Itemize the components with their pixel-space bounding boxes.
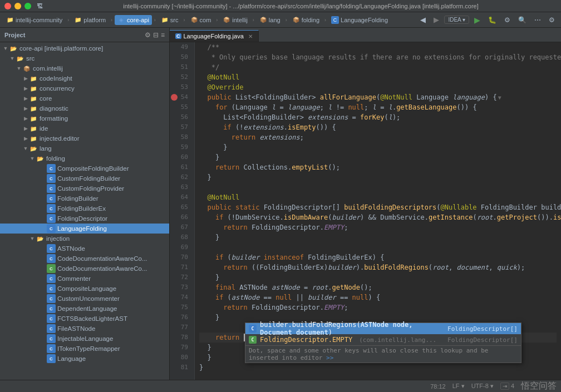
status-encoding[interactable]: UTF-8 ▾ — [471, 383, 494, 390]
sidebar-layout-icon[interactable]: ⊟ — [153, 31, 159, 39]
tree-label-ASTNode: ASTNode — [57, 245, 85, 252]
ac-hint-link[interactable]: >> — [326, 354, 333, 361]
tree-item-CompositeFoldingBuilder[interactable]: ▶ C CompositeFoldingBuilder — [0, 163, 169, 173]
gutter-58: 58 — [170, 132, 191, 142]
nav-search-button[interactable]: 🔍 — [515, 15, 529, 25]
nav-build-button[interactable]: ⚙ — [501, 15, 513, 25]
line-74: if (astNode == null || builder == null) … — [199, 292, 557, 302]
code-editor[interactable]: 49 50 51 52 53 54 55 56 57 58 59 60 61 — [170, 42, 561, 380]
nav-src[interactable]: 📁 src — [158, 15, 181, 25]
tree-item-core-api[interactable]: ▼ 📂 core-api [intellij.platform.core] — [0, 43, 169, 53]
gutter-57: 57 — [170, 122, 191, 132]
class-icon-DependentLanguage: C — [47, 304, 56, 313]
tree-item-CodeDocumentationAwareCo2[interactable]: ▶ C CodeDocumentationAwareCo... — [0, 264, 169, 274]
tree-label-core: core — [40, 95, 52, 102]
tree-item-Commenter[interactable]: ▶ C Commenter — [0, 274, 169, 284]
status-lf[interactable]: LF ▾ — [452, 383, 465, 390]
tree-item-ITokenTypeRemapper[interactable]: ▶ C ITokenTypeRemapper — [0, 344, 169, 354]
nav-idea-button[interactable]: IDEA ▾ — [444, 16, 469, 24]
line-69 — [199, 242, 557, 252]
tree-item-ASTNode[interactable]: ▶ C ASTNode — [0, 244, 169, 254]
nav-vcs-forward[interactable]: ▶ — [431, 14, 442, 25]
status-indent[interactable]: ⇥ 4 — [500, 383, 514, 390]
line-65: public static FoldingDescriptor[] buildF… — [199, 202, 557, 212]
sidebar-gear-icon[interactable]: ≡ — [161, 31, 165, 39]
tree-item-CustomUncommenter[interactable]: ▶ C CustomUncommenter — [0, 294, 169, 304]
class-icon-ITokenTypeRemapper: C — [47, 344, 56, 353]
maximize-button[interactable] — [24, 3, 31, 9]
line-50: * Only queries base language results if … — [199, 52, 557, 62]
minimize-button[interactable] — [14, 3, 21, 9]
autocomplete-list[interactable]: C builder.buildFoldRegions(ASTNode node,… — [245, 322, 521, 363]
gutter-59: 59 — [170, 142, 191, 152]
autocomplete-item-2[interactable]: C FoldingDescriptor.EMPTY (com.intellij.… — [245, 334, 521, 345]
nav-label-project: intellij-community — [16, 17, 62, 23]
tab-languagefolding[interactable]: C LanguageFolding.java ✕ — [170, 30, 259, 42]
gutter-62: 62 — [170, 172, 191, 182]
tree-item-diagnostic[interactable]: ▶ 📁 diagnostic — [0, 103, 169, 113]
folder-icon-formatting: 📁 — [29, 114, 38, 123]
tree-item-FileASTNode[interactable]: ▶ C FileASTNode — [0, 324, 169, 334]
line-55: for (Language l = language; l != null; l… — [199, 102, 557, 112]
tree-label-formatting: formatting — [40, 115, 68, 122]
tree-arrow-diagnostic: ▶ — [22, 106, 29, 111]
nav-settings-button[interactable]: ⚙ — [546, 15, 558, 25]
editor-area: C LanguageFolding.java ✕ 49 50 51 52 53 … — [170, 28, 561, 380]
tree-item-core[interactable]: ▶ 📁 core — [0, 93, 169, 103]
tree-item-folding[interactable]: ▼ 📂 folding — [0, 153, 169, 163]
nav-project[interactable]: 📁 intellij-community — [3, 15, 65, 25]
tree-item-formatting[interactable]: ▶ 📁 formatting — [0, 113, 169, 123]
watermark-text: 悟空问答 — [521, 380, 557, 392]
tree-item-concurrency[interactable]: ▶ 📁 concurrency — [0, 83, 169, 93]
tree-item-LanguageFolding[interactable]: ▶ C LanguageFolding — [0, 224, 169, 234]
gutter-71: 71 — [170, 262, 191, 272]
tree-item-src[interactable]: ▼ 📂 src — [0, 53, 169, 63]
tree-item-CodeDocumentationAwareCo1[interactable]: ▶ C CodeDocumentationAwareCo... — [0, 254, 169, 264]
nav-lang[interactable]: 📦 lang — [257, 15, 283, 25]
folder-icon-platform: 📁 — [74, 16, 82, 24]
status-position[interactable]: 78:12 — [430, 383, 446, 390]
tree-item-DependentLanguage[interactable]: ▶ C DependentLanguage — [0, 304, 169, 314]
nav-label-languagefolding: LanguageFolding — [341, 17, 388, 23]
nav-folding[interactable]: 📦 folding — [289, 15, 322, 25]
tree-item-CustomFoldingProvider[interactable]: ▶ C CustomFoldingProvider — [0, 183, 169, 193]
gutter-73: 73 — [170, 282, 191, 292]
nav-platform[interactable]: 📁 platform — [71, 15, 109, 25]
sidebar-settings-icon[interactable]: ⚙ — [145, 31, 151, 39]
code-content[interactable]: /** * Only queries base language results… — [195, 42, 561, 380]
tab-close-button[interactable]: ✕ — [248, 33, 253, 39]
nav-com[interactable]: 📦 com — [188, 15, 214, 25]
nav-vcs-back[interactable]: ◀ — [417, 14, 429, 25]
gutter-50: 50 — [170, 52, 191, 62]
nav-languagefolding[interactable]: C LanguageFolding — [328, 15, 391, 25]
class-icon-FoldingDescriptor: C — [47, 214, 56, 223]
nav-debug-button[interactable]: 🐛 — [485, 15, 499, 25]
autocomplete-item-1[interactable]: C builder.buildFoldRegions(ASTNode node,… — [245, 323, 521, 334]
tree-item-CustomFoldingBuilder[interactable]: ▶ C CustomFoldingBuilder — [0, 173, 169, 183]
tree-item-lang[interactable]: ▼ 📂 lang — [0, 143, 169, 153]
nav-label-folding: folding — [302, 17, 319, 23]
package-icon-intellij: 📦 — [223, 16, 230, 24]
tree-item-FoldingBuilder[interactable]: ▶ C FoldingBuilder — [0, 193, 169, 204]
nav-more-button[interactable]: ⋯ — [532, 15, 544, 25]
tree-item-InjectableLanguage[interactable]: ▶ C InjectableLanguage — [0, 334, 169, 344]
tree-item-CompositeLanguage[interactable]: ▶ C CompositeLanguage — [0, 284, 169, 294]
gutter-70: 70 — [170, 252, 191, 262]
tree-item-injection[interactable]: ▼ 📂 injection — [0, 234, 169, 244]
close-button[interactable] — [4, 3, 11, 9]
tree-item-codeInsight[interactable]: ▶ 📁 codeInsight — [0, 73, 169, 83]
nav-core-api[interactable]: ◈ core-api — [115, 15, 152, 25]
window-controls[interactable] — [4, 3, 31, 9]
tree-item-ide[interactable]: ▶ 📁 ide — [0, 123, 169, 133]
tree-item-Language[interactable]: ▶ C Language — [0, 354, 169, 364]
tree-item-com-intellij[interactable]: ▼ 📦 com.intellij — [0, 63, 169, 73]
tree-item-injected-editor[interactable]: ▶ 📁 injected.editor — [0, 133, 169, 143]
nav-run-button[interactable]: ▶ — [471, 14, 483, 26]
tree-label-FoldingBuilder: FoldingBuilder — [57, 195, 99, 202]
tree-item-FCTSBackedLighterAST[interactable]: ▶ C FCTSBackedLighterAST — [0, 314, 169, 324]
nav-intellij[interactable]: 📦 intellij — [220, 15, 250, 25]
tree-item-FoldingBuilderEx[interactable]: ▶ C FoldingBuilderEx — [0, 204, 169, 214]
status-lf-text: LF ▾ — [452, 383, 465, 390]
ac-method-name-1: builder.buildFoldRegions(ASTNode node, D… — [260, 321, 429, 336]
tree-item-FoldingDescriptor[interactable]: ▶ C FoldingDescriptor — [0, 214, 169, 224]
